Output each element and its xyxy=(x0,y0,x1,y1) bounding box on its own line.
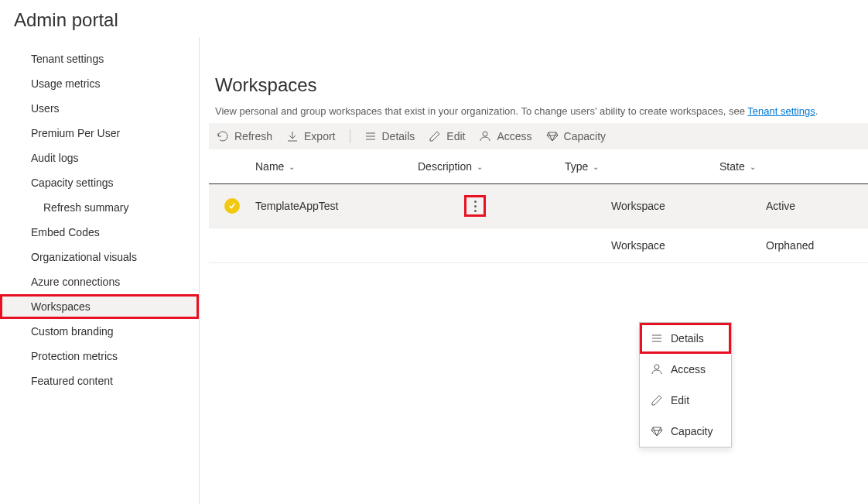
sidebar-item-embed-codes[interactable]: Embed Codes xyxy=(0,220,199,245)
tenant-settings-link[interactable]: Tenant settings xyxy=(747,105,815,117)
sidebar-item-premium-per-user[interactable]: Premium Per User xyxy=(0,121,199,146)
toolbar: Refresh Export Details Edit Access xyxy=(209,123,868,149)
chevron-down-icon: ⌄ xyxy=(593,163,599,171)
chevron-down-icon: ⌄ xyxy=(477,163,483,171)
edit-button[interactable]: Edit xyxy=(429,130,465,142)
diamond-icon xyxy=(651,425,663,437)
column-state[interactable]: State ⌄ xyxy=(719,160,812,173)
cell-type: Workspace xyxy=(611,239,766,252)
capacity-label: Capacity xyxy=(564,130,606,142)
sidebar-item-audit-logs[interactable]: Audit logs xyxy=(0,146,199,170)
subtitle-post: . xyxy=(815,105,818,117)
column-type-label: Type xyxy=(565,160,588,173)
menu-item-edit[interactable]: Edit xyxy=(640,385,731,416)
menu-item-access[interactable]: Access xyxy=(640,354,731,385)
sidebar-item-organizational-visuals[interactable]: Organizational visuals xyxy=(0,245,199,269)
sidebar-item-usage-metrics[interactable]: Usage metrics xyxy=(0,71,199,96)
menu-capacity-label: Capacity xyxy=(671,425,713,437)
menu-item-details[interactable]: Details xyxy=(640,323,731,354)
pencil-icon xyxy=(429,130,441,142)
column-name-label: Name xyxy=(255,160,284,173)
workspaces-table: Name ⌄ Description ⌄ Type ⌄ State ⌄ xyxy=(209,149,868,263)
more-options-button[interactable] xyxy=(464,195,486,217)
cell-state: Active xyxy=(766,200,859,212)
details-button[interactable]: Details xyxy=(364,130,415,142)
chevron-down-icon: ⌄ xyxy=(289,163,295,171)
capacity-button[interactable]: Capacity xyxy=(546,130,606,142)
person-icon xyxy=(479,130,491,142)
details-label: Details xyxy=(382,130,415,142)
edit-label: Edit xyxy=(446,130,465,142)
list-icon xyxy=(364,130,377,142)
refresh-button[interactable]: Refresh xyxy=(217,130,272,142)
sidebar-item-featured-content[interactable]: Featured content xyxy=(0,369,199,393)
sidebar-item-refresh-summary[interactable]: Refresh summary xyxy=(0,195,199,220)
export-label: Export xyxy=(304,130,335,142)
menu-item-capacity[interactable]: Capacity xyxy=(640,416,731,447)
table-row[interactable]: Workspace Orphaned xyxy=(209,228,868,263)
toolbar-separator xyxy=(350,129,350,143)
svg-point-0 xyxy=(483,132,487,136)
sidebar-item-protection-metrics[interactable]: Protection metrics xyxy=(0,344,199,369)
person-icon xyxy=(651,363,663,375)
workspace-icon xyxy=(224,198,240,214)
column-description[interactable]: Description ⌄ xyxy=(418,160,565,173)
list-icon xyxy=(651,332,663,345)
column-type[interactable]: Type ⌄ xyxy=(565,160,719,173)
download-icon xyxy=(286,130,299,142)
menu-details-label: Details xyxy=(671,332,704,345)
sidebar-item-capacity-settings[interactable]: Capacity settings xyxy=(0,170,199,195)
subtitle-text: View personal and group workspaces that … xyxy=(215,105,747,117)
chevron-down-icon: ⌄ xyxy=(750,163,756,171)
menu-edit-label: Edit xyxy=(671,394,689,406)
access-button[interactable]: Access xyxy=(479,130,531,142)
diamond-icon xyxy=(546,130,559,142)
sidebar-item-custom-branding[interactable]: Custom branding xyxy=(0,319,199,344)
column-description-label: Description xyxy=(418,160,472,173)
sidebar-item-workspaces[interactable]: Workspaces xyxy=(0,294,199,319)
main-subtitle: View personal and group workspaces that … xyxy=(209,105,868,117)
table-row[interactable]: TemplateAppTest Workspace Active xyxy=(209,184,868,228)
page-title: Admin portal xyxy=(14,9,854,31)
context-menu: Details Access Edit Capacity xyxy=(639,322,732,447)
refresh-icon xyxy=(217,130,229,142)
refresh-label: Refresh xyxy=(234,130,272,142)
column-state-label: State xyxy=(719,160,745,173)
pencil-icon xyxy=(651,394,663,406)
main-title: Workspaces xyxy=(209,74,868,96)
admin-sidebar: Tenant settings Usage metrics Users Prem… xyxy=(0,37,200,504)
more-vertical-icon xyxy=(474,201,477,212)
cell-state: Orphaned xyxy=(766,239,859,252)
sidebar-item-users[interactable]: Users xyxy=(0,96,199,121)
sidebar-item-tenant-settings[interactable]: Tenant settings xyxy=(0,46,199,71)
cell-type: Workspace xyxy=(611,200,766,212)
cell-name: TemplateAppTest xyxy=(255,200,464,212)
column-name[interactable]: Name ⌄ xyxy=(209,160,418,173)
table-header: Name ⌄ Description ⌄ Type ⌄ State ⌄ xyxy=(209,149,868,184)
export-button[interactable]: Export xyxy=(286,130,335,142)
menu-access-label: Access xyxy=(671,363,706,375)
svg-point-1 xyxy=(654,365,659,369)
sidebar-item-azure-connections[interactable]: Azure connections xyxy=(0,269,199,294)
access-label: Access xyxy=(497,130,531,142)
